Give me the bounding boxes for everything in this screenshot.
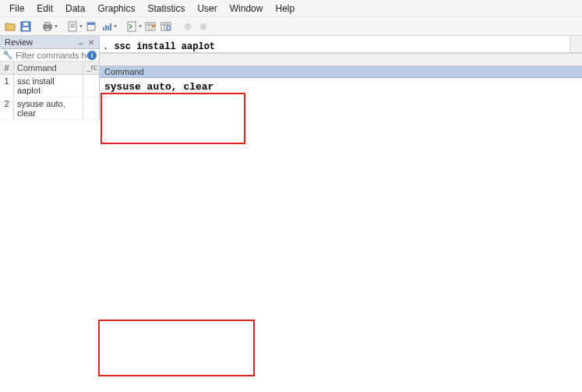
break-icon[interactable]: ⊗ [196, 19, 210, 34]
graph-icon[interactable] [100, 19, 114, 34]
col-cmd-header[interactable]: Command [14, 62, 83, 74]
data-browser-icon[interactable] [159, 19, 173, 34]
menubar: File Edit Data Graphics Statistics User … [0, 0, 582, 17]
dropdown-icon[interactable]: ▾ [114, 23, 117, 30]
open-icon[interactable] [3, 19, 17, 34]
svg-rect-14 [108, 26, 109, 30]
annotation-box [98, 320, 255, 376]
menu-edit[interactable]: Edit [30, 2, 59, 16]
filter-pin-icon[interactable]: ⫠ [77, 38, 85, 47]
history-row[interactable]: 1 ssc install aaplot [0, 75, 99, 97]
results-panel: . ssc install aaplot checking aaplot con… [100, 36, 582, 53]
filter-input[interactable] [16, 51, 87, 60]
menu-statistics[interactable]: Statistics [141, 2, 191, 16]
data-editor-icon[interactable] [143, 19, 157, 34]
svg-rect-12 [103, 27, 104, 30]
svg-rect-5 [45, 28, 50, 30]
dropdown-icon[interactable]: ▾ [139, 23, 142, 30]
more-icon[interactable]: ⊕ [181, 19, 195, 34]
command-panel: Command [100, 65, 582, 120]
log-icon[interactable] [65, 19, 79, 34]
menu-graphics[interactable]: Graphics [91, 2, 141, 16]
menu-window[interactable]: Window [224, 2, 270, 16]
toolbar: ▾ ▾ ▾ ▾ ⊕ ⊗ [0, 17, 582, 36]
do-editor-icon[interactable] [125, 19, 139, 34]
scrollbar-vertical[interactable] [570, 36, 582, 52]
info-icon[interactable]: i [87, 51, 97, 60]
command-input[interactable] [104, 81, 577, 117]
svg-rect-11 [87, 23, 95, 25]
svg-rect-13 [105, 25, 107, 30]
menu-help[interactable]: Help [269, 2, 301, 16]
svg-rect-6 [69, 22, 76, 31]
menu-data[interactable]: Data [59, 2, 91, 16]
scrollbar-horizontal[interactable] [100, 53, 582, 65]
review-panel: Review ⫠ ✕ 🔧 i # Command _rc 1 ssc insta… [0, 36, 100, 120]
close-panel-icon[interactable]: ✕ [88, 38, 94, 47]
col-num-header[interactable]: # [0, 62, 14, 74]
review-header: Review ⫠ ✕ [0, 36, 99, 49]
review-title: Review [5, 37, 33, 47]
wrench-icon[interactable]: 🔧 [2, 50, 13, 60]
svg-rect-1 [23, 27, 29, 30]
review-columns-header: # Command _rc [0, 62, 99, 75]
col-rc-header[interactable]: _rc [83, 62, 99, 74]
dropdown-icon[interactable]: ▾ [79, 23, 83, 30]
command-panel-title: Command [100, 66, 582, 78]
svg-rect-15 [110, 23, 111, 30]
history-row[interactable]: 2 sysuse auto, clear [0, 97, 99, 120]
dropdown-icon[interactable]: ▾ [55, 23, 58, 30]
command-history-list: 1 ssc install aaplot 2 sysuse auto, clea… [0, 75, 99, 120]
results-output[interactable]: . ssc install aaplot checking aaplot con… [100, 36, 582, 52]
viewer-icon[interactable] [84, 19, 98, 34]
svg-rect-2 [23, 23, 28, 26]
menu-file[interactable]: File [3, 2, 30, 16]
filter-row: 🔧 i [0, 49, 99, 62]
menu-user[interactable]: User [191, 2, 223, 16]
print-icon[interactable] [41, 19, 55, 34]
svg-rect-4 [45, 23, 50, 25]
save-icon[interactable] [19, 19, 33, 34]
